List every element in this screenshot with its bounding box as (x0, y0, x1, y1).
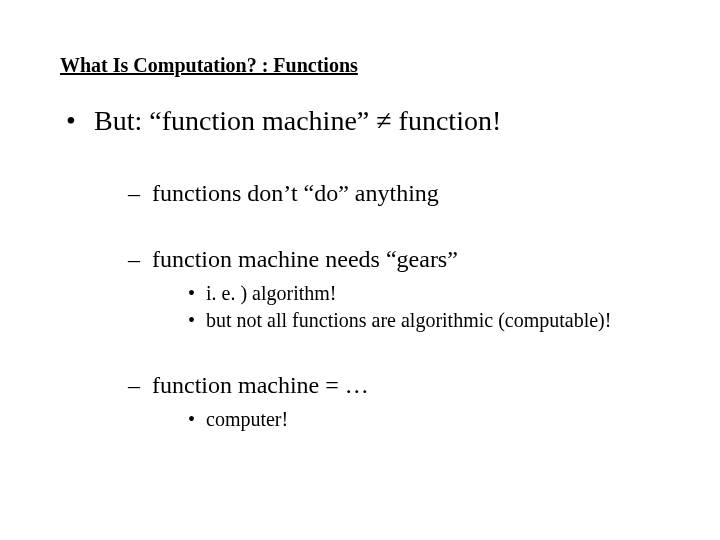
bullet-list-level2: functions don’t “do” anything function m… (94, 178, 660, 433)
sub-item: functions don’t “do” anything (94, 178, 660, 208)
bullet-list-level3: i. e. ) algorithm! but not all functions… (152, 280, 660, 334)
subsub-item: but not all functions are algorithmic (c… (152, 307, 660, 334)
subsub-text: i. e. ) algorithm! (206, 282, 337, 304)
subsub-text: computer! (206, 408, 288, 430)
sub-text: functions don’t “do” anything (152, 180, 439, 206)
sub-text: function machine = … (152, 372, 369, 398)
subsub-item: i. e. ) algorithm! (152, 280, 660, 307)
slide-title: What Is Computation? : Functions (60, 54, 660, 77)
sub-text: function machine needs “gears” (152, 246, 458, 272)
bullet-list-level3: computer! (152, 406, 660, 433)
sub-item: function machine = … computer! (94, 370, 660, 433)
slide: What Is Computation? : Functions But: “f… (0, 0, 720, 540)
subsub-text: but not all functions are algorithmic (c… (206, 309, 611, 331)
bullet-item: But: “function machine” ≠ function! func… (60, 103, 660, 433)
bullet-text: But: “function machine” ≠ function! (94, 105, 501, 136)
sub-item: function machine needs “gears” i. e. ) a… (94, 244, 660, 334)
bullet-list-level1: But: “function machine” ≠ function! func… (60, 103, 660, 433)
subsub-item: computer! (152, 406, 660, 433)
